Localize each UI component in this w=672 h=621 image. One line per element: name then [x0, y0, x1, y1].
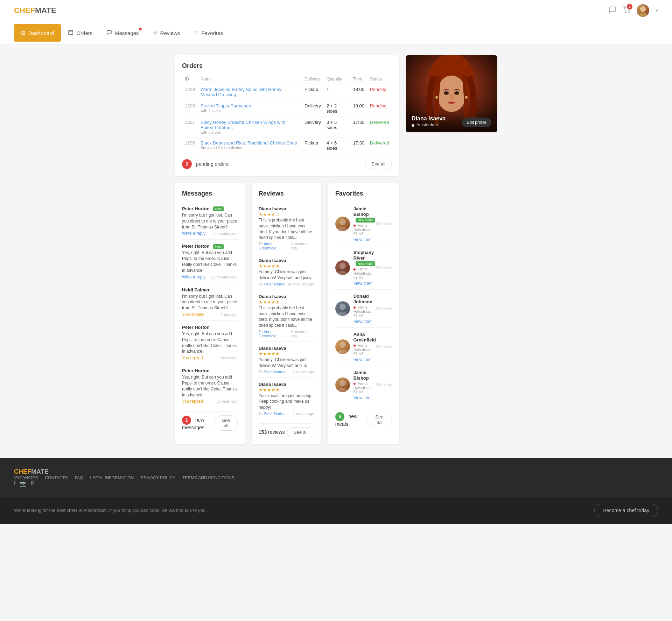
view-chef-link[interactable]: View chef [354, 319, 372, 324]
order-name-link[interactable]: Warm Jeweled Barley Salad with Honey-Mus… [201, 87, 283, 97]
msg-footer: Write a reply 15 minutes ago [182, 275, 238, 280]
nav-messages-label: Messages [115, 30, 139, 36]
fav-info: Stephany River New meals Frans Halsstraa… [354, 249, 376, 286]
msg-time: 1 week ago [218, 399, 238, 403]
view-chef-link[interactable]: View chef [354, 357, 372, 362]
review-header: Diana Isaeva [259, 294, 314, 299]
msg-reply-link[interactable]: Write a reply [182, 231, 205, 236]
profile-card: Diana Isaeva Amsterdam Edit profile [406, 55, 497, 132]
col-delivery: Delivery [302, 75, 324, 84]
messages-list: Peter Horton New I'm sorry but I got los… [182, 202, 238, 407]
svg-point-20 [444, 91, 449, 95]
review-to-link[interactable]: Peter Norton [264, 370, 286, 374]
svg-point-19 [437, 76, 466, 112]
review-to-link[interactable]: Anna Greenfield [259, 330, 276, 338]
reviews-see-all-button[interactable]: See all [287, 427, 314, 437]
messages-new-info: 2 new messages [182, 416, 215, 430]
order-delivery: Pickup [302, 137, 324, 154]
cart-badge: 2 [627, 4, 632, 9]
order-name-link[interactable]: Black Beans and Rice, Traditional Chinis… [201, 140, 297, 146]
fav-location: Frans Halsstraat 61 V3 [354, 267, 376, 280]
review-to-link[interactable]: Anna Greenfield [259, 242, 276, 250]
msg-footer: Write a reply 5 minutes ago [182, 231, 238, 236]
footer-link-vacancies[interactable]: VACANCIES [14, 475, 38, 480]
msg-sender: Peter Horton [182, 325, 210, 330]
cart-icon[interactable]: 2 [623, 6, 630, 15]
msg-sender: Peter Horton [182, 244, 210, 249]
review-text: Your meals are just amazing! Keep cookin… [259, 393, 314, 410]
review-time: 5 minutes ago [290, 242, 314, 250]
fav-name-row: Jamie Bishop New meals [354, 206, 376, 223]
unfollow-button[interactable]: Unfollow [376, 265, 392, 270]
footer-link-terms[interactable]: TERMS AND CONDITIONS [182, 475, 234, 480]
nav-reviews-label: Reviews [160, 30, 180, 36]
review-to-link[interactable]: Peter Norton [264, 282, 286, 286]
unfollow-button[interactable]: Unfollow [376, 221, 392, 226]
avatar [335, 217, 350, 231]
msg-sender: Peter Horton [182, 206, 210, 211]
svg-point-23 [465, 96, 468, 99]
message-icon[interactable] [609, 6, 616, 15]
favorites-see-all-button[interactable]: See all [367, 412, 392, 427]
fav-name-row: Jamie Bishop [354, 369, 376, 381]
favorites-new-count: 5 [335, 412, 344, 421]
order-name-cell: Broiled Tilapia Parmesan with 2 sides [198, 100, 302, 117]
footer-link-faq[interactable]: FAQ [75, 475, 83, 480]
orders-icon [68, 30, 74, 36]
footer-link-privacy[interactable]: PRIVACY POLICY [141, 475, 175, 480]
edit-profile-button[interactable]: Edit profile [462, 118, 491, 127]
pinterest-icon[interactable]: P [31, 480, 35, 487]
facebook-icon[interactable]: f [14, 480, 15, 487]
orders-header-row: ID Name Delivery Quantity Time Status [182, 75, 392, 84]
msg-reply-link[interactable]: Write a reply [182, 275, 205, 280]
avatar-chevron[interactable]: ▾ [656, 8, 658, 13]
msg-replied-label: You replied [182, 355, 203, 360]
nav-dashboard[interactable]: ⊞ Dashboard [14, 24, 61, 42]
favorites-new-info: 5 new meals [335, 412, 367, 427]
order-name-link[interactable]: Spicy Honey Sriracha Chicken Wings with … [201, 120, 285, 130]
msg-text: I'm sorry but I got lost. Can you direct… [182, 212, 238, 230]
review-text: Yummy! Chicken was just delicious! Very … [259, 357, 314, 369]
orders-see-all-button[interactable]: See all [365, 159, 392, 169]
order-quantity: 4 + 6 sides [324, 137, 350, 154]
unfollow-button[interactable]: Unfollow [376, 382, 392, 387]
avatar[interactable] [637, 4, 649, 17]
fav-location: Frans Halsstraat 61 V3 [354, 343, 376, 356]
nav-favorites[interactable]: ♡ Favorites [187, 24, 230, 42]
unfollow-button[interactable]: Unfollow [376, 344, 392, 349]
order-status: Delivered [367, 137, 392, 154]
view-chef-link[interactable]: View chef [354, 395, 372, 400]
footer-link-contacts[interactable]: CONTACTS [45, 475, 68, 480]
review-to: To Peter Norton [259, 411, 286, 416]
become-chef-button[interactable]: Become a chef today [594, 504, 658, 517]
order-id: 1207 [182, 117, 198, 137]
list-item: Diana Isaeva ★★★★★ Your meals are just a… [259, 378, 314, 419]
view-chef-link[interactable]: View chef [354, 237, 372, 242]
nav-orders[interactable]: Orders [61, 24, 99, 42]
order-time: 18:00 [350, 84, 368, 100]
reviews-label: reviews [268, 429, 285, 435]
view-chef-link[interactable]: View chef [354, 281, 372, 286]
messages-dot [139, 28, 142, 30]
order-name-link[interactable]: Broiled Tilapia Parmesan [201, 103, 251, 108]
instagram-icon[interactable]: 📷 [20, 480, 27, 487]
fav-name: Stephany River [354, 250, 374, 261]
review-author: Diana Isaeva [259, 294, 286, 299]
msg-sender: Peter Horton [182, 368, 210, 373]
nav-messages[interactable]: Messages [99, 24, 146, 42]
nav-reviews[interactable]: ☆ Reviews [146, 24, 187, 42]
profile-location: Amsterdam [412, 122, 446, 127]
svg-point-22 [435, 96, 438, 99]
order-quantity: 1 [324, 84, 350, 100]
review-to-link[interactable]: Peter Norton [264, 411, 286, 416]
fav-location: Frans Halsstraat 61 V3 [354, 223, 376, 236]
list-item: Diana Isaeva ★★★★★ Yummy! Chicken was ju… [259, 254, 314, 290]
messages-see-all-button[interactable]: See all [215, 415, 238, 431]
list-item: Diana Isaeva ★★★★☆ This is probably the … [259, 202, 314, 254]
reviews-count-info: 153 reviews [259, 429, 285, 435]
list-item: Jamie Bishop Frans Halsstraat 61 V3 View… [335, 366, 392, 404]
location-pin-icon [353, 306, 356, 309]
footer-link-legal[interactable]: LEGAL INFORMATION [90, 475, 134, 480]
review-header: Diana Isaeva [259, 381, 314, 387]
unfollow-button[interactable]: Unfollow [376, 306, 392, 311]
